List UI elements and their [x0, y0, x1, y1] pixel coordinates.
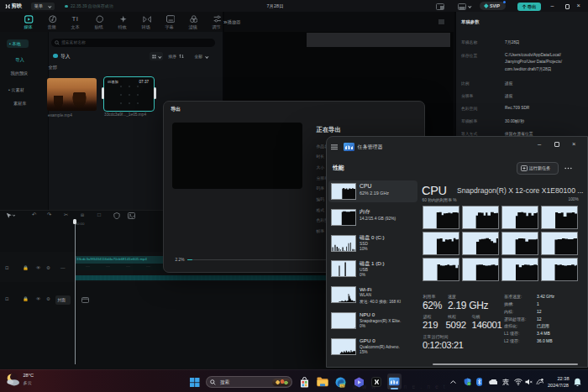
svg-text:123: 123 [340, 384, 345, 387]
